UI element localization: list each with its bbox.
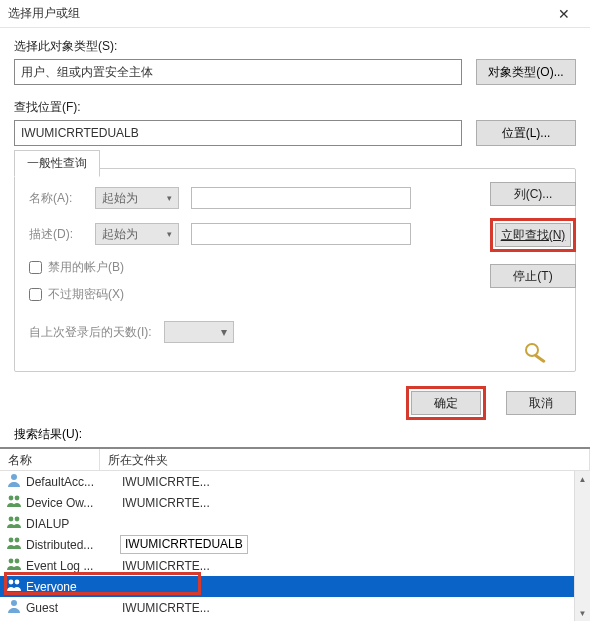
svg-point-9 xyxy=(9,559,14,564)
never-expire-label: 不过期密码(X) xyxy=(48,286,124,303)
window-title: 选择用户或组 xyxy=(8,5,546,22)
row-name: Everyone xyxy=(26,580,116,594)
svg-point-12 xyxy=(15,580,20,585)
table-row[interactable]: Everyone xyxy=(0,576,590,597)
svg-point-5 xyxy=(9,517,14,522)
columns-button[interactable]: 列(C)... xyxy=(490,182,576,206)
svg-point-4 xyxy=(15,496,20,501)
ok-button[interactable]: 确定 xyxy=(411,391,481,415)
disabled-accounts-checkbox[interactable] xyxy=(29,261,42,274)
scroll-down-icon[interactable]: ▼ xyxy=(575,605,590,621)
cancel-button[interactable]: 取消 xyxy=(506,391,576,415)
user-icon xyxy=(6,598,22,617)
stop-button[interactable]: 停止(T) xyxy=(490,264,576,288)
name-label: 名称(A): xyxy=(29,190,83,207)
find-now-highlight: 立即查找(N) xyxy=(490,218,576,252)
user-icon xyxy=(6,472,22,491)
group-icon xyxy=(6,514,22,533)
days-since-login-label: 自上次登录后的天数(I): xyxy=(29,324,152,341)
close-icon[interactable]: ✕ xyxy=(546,6,582,22)
disabled-accounts-label: 禁用的帐户(B) xyxy=(48,259,124,276)
find-now-button[interactable]: 立即查找(N) xyxy=(495,223,571,247)
tab-general-query[interactable]: 一般性查询 xyxy=(14,150,100,177)
desc-mode-combo[interactable]: 起始为 ▾ xyxy=(95,223,179,245)
chevron-down-icon: ▾ xyxy=(221,325,227,339)
name-mode-combo[interactable]: 起始为 ▾ xyxy=(95,187,179,209)
object-type-input[interactable] xyxy=(14,59,462,85)
results-label: 搜索结果(U): xyxy=(0,426,590,447)
group-icon xyxy=(6,493,22,512)
desc-label: 描述(D): xyxy=(29,226,83,243)
table-row[interactable]: Distributed...IWUMICRRTEDUALB xyxy=(0,534,590,555)
col-header-folder[interactable]: 所在文件夹 xyxy=(100,449,590,470)
never-expire-checkbox[interactable] xyxy=(29,288,42,301)
svg-point-8 xyxy=(15,538,20,543)
table-row[interactable]: DIALUP xyxy=(0,513,590,534)
results-body: DefaultAcc...IWUMICRRTE...Device Ow...IW… xyxy=(0,471,590,621)
titlebar: 选择用户或组 ✕ xyxy=(0,0,590,28)
desc-input[interactable] xyxy=(191,223,411,245)
row-folder: IWUMICRRTEDUALB xyxy=(120,535,248,554)
row-name: Distributed... xyxy=(26,538,116,552)
results-panel: 名称 所在文件夹 DefaultAcc...IWUMICRRTE...Devic… xyxy=(0,447,590,621)
location-label: 查找位置(F): xyxy=(14,99,576,116)
svg-point-13 xyxy=(11,600,17,606)
row-folder: IWUMICRRTE... xyxy=(120,559,210,573)
table-row[interactable]: Device Ow...IWUMICRRTE... xyxy=(0,492,590,513)
svg-point-10 xyxy=(15,559,20,564)
scrollbar-vertical[interactable]: ▲ ▼ xyxy=(574,471,590,621)
row-folder: IWUMICRRTE... xyxy=(120,475,210,489)
table-row[interactable]: DefaultAcc...IWUMICRRTE... xyxy=(0,471,590,492)
locations-button[interactable]: 位置(L)... xyxy=(476,120,576,146)
chevron-down-icon: ▾ xyxy=(167,229,172,239)
row-name: DIALUP xyxy=(26,517,116,531)
group-icon xyxy=(6,535,22,554)
row-name: Guest xyxy=(26,601,116,615)
row-folder: IWUMICRRTE... xyxy=(120,496,210,510)
object-types-button[interactable]: 对象类型(O)... xyxy=(476,59,576,85)
svg-point-2 xyxy=(11,474,17,480)
ok-highlight: 确定 xyxy=(406,386,486,420)
name-input[interactable] xyxy=(191,187,411,209)
row-name: Event Log ... xyxy=(26,559,116,573)
col-header-name[interactable]: 名称 xyxy=(0,449,100,470)
row-folder: IWUMICRRTE... xyxy=(120,601,210,615)
svg-rect-1 xyxy=(534,354,546,363)
table-row[interactable]: Event Log ...IWUMICRRTE... xyxy=(0,555,590,576)
days-since-login-combo[interactable]: ▾ xyxy=(164,321,234,343)
svg-point-0 xyxy=(526,344,538,356)
search-icon xyxy=(522,341,552,366)
svg-point-7 xyxy=(9,538,14,543)
row-name: Device Ow... xyxy=(26,496,116,510)
object-type-label: 选择此对象类型(S): xyxy=(14,38,576,55)
table-row[interactable]: GuestIWUMICRRTE... xyxy=(0,597,590,618)
group-icon xyxy=(6,556,22,575)
location-input[interactable] xyxy=(14,120,462,146)
svg-point-11 xyxy=(9,580,14,585)
svg-point-3 xyxy=(9,496,14,501)
svg-point-6 xyxy=(15,517,20,522)
group-icon xyxy=(6,577,22,596)
scroll-up-icon[interactable]: ▲ xyxy=(575,471,590,487)
chevron-down-icon: ▾ xyxy=(167,193,172,203)
row-name: DefaultAcc... xyxy=(26,475,116,489)
